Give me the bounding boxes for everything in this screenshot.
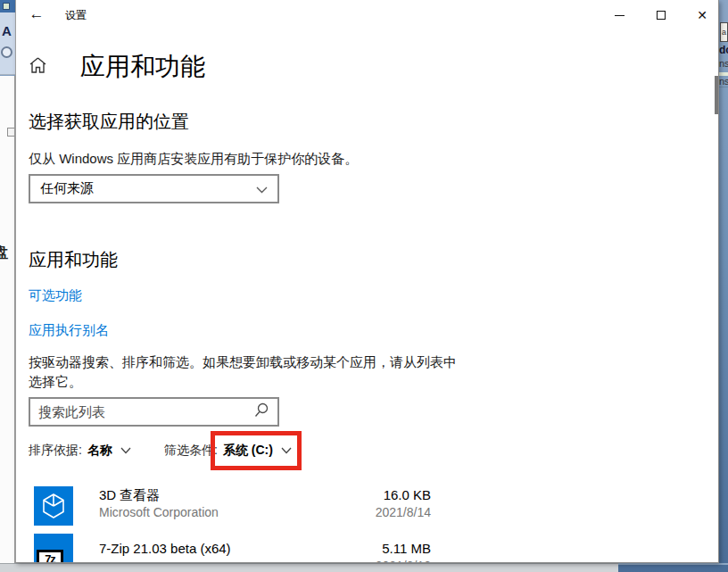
page-title: 应用和功能 [80,50,205,84]
3d-viewer-icon [34,486,73,526]
optional-features-link[interactable]: 可选功能 [29,287,82,304]
stamp-icon [1,46,12,58]
desktop-right-edge: a do ns ns [719,0,728,572]
filter-by-control[interactable]: 筛选条件: 系统 (C:) [164,443,292,459]
background-window-bottom-edge [0,563,618,572]
app-list-item-7zip[interactable]: 7z 7-Zip 21.03 beta (x64) 5.11 MB 2021/8… [29,529,708,563]
background-toolbar-fragment: A [0,12,15,75]
desktop-bottom-edge [618,563,728,565]
app-source-description: 仅从 Windows 应用商店安装应用有助于保护你的设备。 [29,151,358,168]
sort-by-control[interactable]: 排序依据: 名称 [29,443,131,459]
filter-by-value: 系统 (C:) [223,443,273,459]
app-size: 5.11 MB [323,541,431,556]
scrollbar-thumb[interactable] [715,76,718,114]
section-heading-app-source: 选择获取应用的位置 [29,110,189,134]
app-name: 3D 查看器 [99,487,160,504]
app-size: 16.0 KB [323,487,431,502]
background-app-icon [3,3,10,10]
close-button[interactable]: ✕ [688,5,716,25]
back-button[interactable]: ← [23,4,50,25]
background-box-fragment [7,128,15,137]
filter-hint-text: 选择它。 [29,374,82,391]
chevron-down-icon [256,181,268,197]
app-install-date: 2021/8/12 [323,559,431,563]
app-install-date: 2021/8/14 [323,505,431,519]
document-text-fragment: ） [0,224,8,241]
maximize-button[interactable] [647,5,675,25]
home-icon[interactable] [29,57,46,77]
window-title: 设置 [65,8,87,23]
search-icon [254,402,269,421]
desktop-thumbnail-fragment: a [720,22,728,42]
filter-hint-text: 按驱动器搜索、排序和筛选。如果想要卸载或移动某个应用，请从列表中 [29,354,457,371]
sort-by-label: 排序依据: [29,443,82,459]
document-text-fragment: 盘 [0,244,8,262]
background-document-fragment: ） 盘 [0,76,15,563]
app-source-dropdown[interactable]: 任何来源 [29,174,279,203]
font-letter-fragment: A [2,23,12,38]
chevron-down-icon [120,447,131,454]
7zip-icon-label: 7z [37,550,63,564]
search-input[interactable] [38,404,254,419]
7zip-icon: 7z [34,534,73,563]
app-execution-aliases-link[interactable]: 应用执行别名 [29,322,109,339]
chevron-down-icon [281,447,292,454]
app-search-box [29,397,279,427]
minimize-button[interactable] [605,5,633,25]
minimize-icon [615,15,625,16]
section-heading-apps-features: 应用和功能 [29,248,118,272]
settings-window: ← 设置 ✕ 应用和功能 选择获取应用的位置 仅从 Windows 应用商店安装… [15,0,719,563]
app-publisher: Microsoft Corporation [99,505,219,519]
maximize-icon [657,11,666,20]
background-titlebar-fragment [0,0,15,12]
filter-by-label: 筛选条件: [164,443,218,459]
app-name: 7-Zip 21.03 beta (x64) [99,541,231,556]
background-window-left-edge: A ） 盘 [0,0,15,572]
sort-by-value: 名称 [87,443,112,459]
desktop-text-fragment: ns [719,58,728,69]
desktop-text-fragment: ns [719,76,728,87]
desktop-text-fragment: do [719,44,728,56]
app-list-item-3d-viewer[interactable]: 3D 查看器 Microsoft Corporation 16.0 KB 202… [29,482,708,535]
dropdown-selected-value: 任何来源 [40,180,256,197]
